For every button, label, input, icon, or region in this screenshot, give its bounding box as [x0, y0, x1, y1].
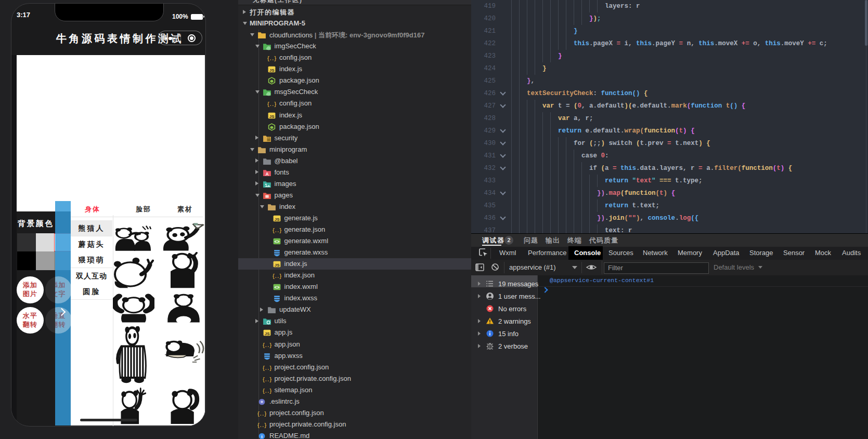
svg-text:{..}: {..} — [272, 273, 281, 280]
svg-text:<>: <> — [274, 239, 279, 244]
svg-text:JS: JS — [274, 217, 279, 221]
svg-text:JS: JS — [269, 114, 275, 118]
svg-text:{..}: {..} — [262, 388, 271, 394]
svg-text:JS: JS — [264, 331, 269, 336]
svg-text:<>: <> — [274, 285, 279, 290]
svg-text:{..}: {..} — [262, 342, 271, 348]
svg-text:{..}: {..} — [267, 101, 277, 108]
svg-text:{..}: {..} — [262, 365, 271, 371]
svg-text:{..}: {..} — [262, 376, 271, 382]
svg-text:A: A — [265, 171, 268, 177]
svg-text:{..}: {..} — [257, 411, 267, 417]
svg-text:JS: JS — [274, 263, 279, 268]
svg-text:{..}: {..} — [267, 56, 277, 62]
svg-text:{..}: {..} — [257, 422, 267, 429]
svg-text:{..}: {..} — [272, 228, 281, 234]
svg-text:JS: JS — [269, 68, 275, 73]
